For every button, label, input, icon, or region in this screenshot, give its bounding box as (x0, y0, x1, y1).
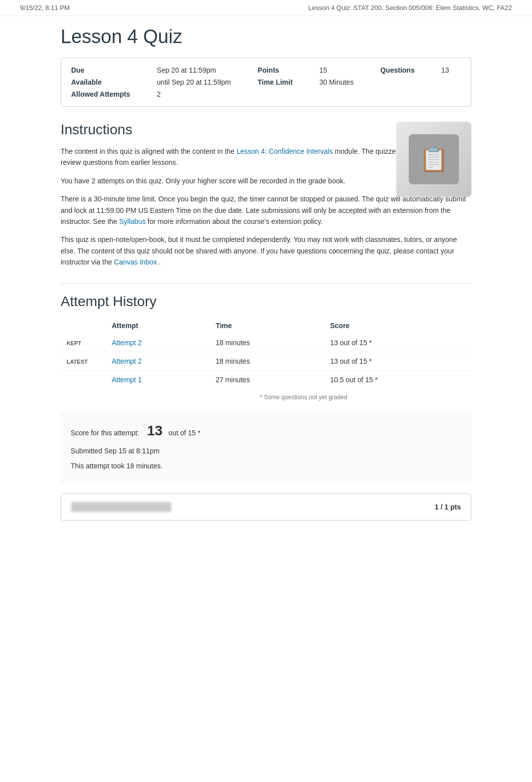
canvas-inbox-link[interactable]: Canvas Inbox (114, 258, 157, 266)
time-attempt1: 27 minutes (209, 370, 324, 389)
score-section: Score for this attempt: 13 out of 15 * S… (61, 411, 471, 483)
allowed-attempts-value: 2 (157, 90, 242, 98)
instructions-paragraph4: This quiz is open-note/open-book, but it… (61, 234, 471, 268)
available-label: Available (71, 78, 142, 86)
breadcrumb: Lesson 4 Quiz: STAT 200, Section 005/006… (308, 4, 512, 12)
attempt2-link-kept[interactable]: Attempt 2 (112, 339, 142, 347)
time-limit-value: 30 Minutes (319, 78, 365, 86)
due-label: Due (71, 66, 142, 74)
time-latest: 18 minutes (209, 352, 324, 370)
attempt-table: Attempt Time Score KEPT Attempt 2 18 min… (61, 318, 471, 389)
score-for-attempt-label: Score for this attempt: (71, 429, 139, 437)
instructions-section: Instructions 📋 The content in this quiz … (61, 122, 471, 268)
page-title: Lesson 4 Quiz (61, 26, 471, 48)
questions-label: Questions (380, 66, 426, 74)
time-kept: 18 minutes (209, 334, 324, 352)
col-badge (61, 318, 106, 334)
duration-line: This attempt took 18 minutes. (71, 460, 461, 472)
score-number: 13 (147, 423, 163, 438)
col-time: Time (209, 318, 324, 334)
attempt-note: * Some questions not yet graded (61, 394, 471, 401)
submitted-line: Submitted Sep 15 at 8:11pm (71, 445, 461, 457)
available-value: until Sep 20 at 11:59pm (157, 78, 242, 86)
question-blurred-content (71, 502, 171, 512)
col-score: Score (324, 318, 471, 334)
table-row: Attempt 1 27 minutes 10.5 out of 15 * (61, 370, 471, 389)
points-label: Points (257, 66, 304, 74)
quiz-image-icon: 📋 (419, 145, 449, 173)
score-for-attempt-line: Score for this attempt: 13 out of 15 * (71, 419, 461, 443)
badge-latest: LATEST (67, 359, 93, 365)
instructions-paragraph3: There is a 30-minute time limit. Once yo… (61, 193, 471, 227)
datetime: 9/15/22, 8:11 PM (20, 4, 70, 12)
question-box: 1 / 1 pts (61, 493, 471, 520)
quiz-image: 📋 (396, 122, 471, 197)
time-limit-label: Time Limit (257, 78, 304, 86)
allowed-attempts-label: Allowed Attempts (71, 90, 142, 98)
score-latest: 13 out of 15 * (324, 352, 471, 370)
attempt-history-section: Attempt History Attempt Time Score KEPT … (61, 294, 471, 520)
syllabus-link[interactable]: Syllabus (119, 217, 146, 225)
questions-value: 13 (441, 66, 461, 74)
attempt2-link-latest[interactable]: Attempt 2 (112, 357, 142, 365)
attempt1-link[interactable]: Attempt 1 (112, 376, 142, 384)
score-kept: 13 out of 15 * (324, 334, 471, 352)
lesson-link[interactable]: Lesson 4: Confidence Intervals (236, 147, 333, 155)
badge-kept: KEPT (67, 340, 86, 346)
score-out-of: out of 15 * (168, 429, 200, 437)
score-attempt1: 10.5 out of 15 * (324, 370, 471, 389)
col-attempt: Attempt (106, 318, 209, 334)
question-pts: 1 / 1 pts (435, 503, 461, 511)
quiz-meta-box: Due Sep 20 at 11:59pm Points 15 Question… (61, 58, 471, 107)
attempt-history-title: Attempt History (61, 294, 471, 310)
table-row: KEPT Attempt 2 18 minutes 13 out of 15 * (61, 334, 471, 352)
points-value: 15 (319, 66, 365, 74)
due-value: Sep 20 at 11:59pm (157, 66, 242, 74)
table-row: LATEST Attempt 2 18 minutes 13 out of 15… (61, 352, 471, 370)
